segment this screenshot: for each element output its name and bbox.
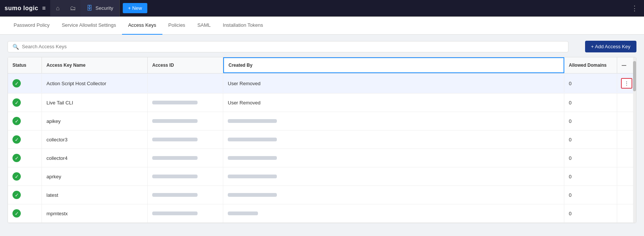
created-by-cell: User Removed xyxy=(223,93,564,112)
row-actions-button[interactable]: ⋮ xyxy=(621,78,632,89)
created-by-cell xyxy=(223,112,564,130)
status-active-icon: ✓ xyxy=(12,172,21,181)
status-active-icon: ✓ xyxy=(12,154,21,162)
access-id-cell xyxy=(148,186,223,204)
scrollbar-track[interactable] xyxy=(633,57,636,223)
logo-area: sumo logic ≡ xyxy=(0,0,50,16)
tab-password-policy[interactable]: Password Policy xyxy=(8,17,56,35)
table-row: ✓ aprkey 0 xyxy=(8,167,636,186)
masked-value xyxy=(228,193,277,197)
allowed-domains-cell: 0 xyxy=(564,130,617,149)
tab-installation-tokens[interactable]: Installation Tokens xyxy=(217,17,269,35)
folder-button[interactable]: 🗂 xyxy=(65,0,80,17)
allowed-domains-cell: 0 xyxy=(564,204,617,222)
name-cell: mpmtestx xyxy=(42,204,148,222)
masked-value xyxy=(228,138,277,141)
allowed-domains-cell: 0 xyxy=(564,74,617,92)
allowed-domains-cell: 0 xyxy=(564,93,617,112)
col-allowed-domains: Allowed Domains xyxy=(564,57,617,73)
table-row: ✓ Action Script Host Collector User Remo… xyxy=(8,74,636,93)
name-cell: collector4 xyxy=(42,149,148,167)
name-cell: collector3 xyxy=(42,130,148,149)
nav-more-icon[interactable]: ⋮ xyxy=(628,4,641,12)
table-row: ✓ mpmtestx 0 xyxy=(8,204,636,223)
name-cell: latest xyxy=(42,186,148,204)
masked-value xyxy=(152,101,198,104)
table-header: Status Access Key Name Access ID Created… xyxy=(8,57,636,74)
new-button[interactable]: + New xyxy=(123,3,147,13)
scrollbar-thumb[interactable] xyxy=(633,61,636,91)
masked-value xyxy=(152,193,198,197)
masked-value xyxy=(152,211,198,215)
search-box: 🔍 xyxy=(8,41,568,52)
database-icon: 🗄 xyxy=(86,5,93,12)
masked-value xyxy=(152,156,198,160)
name-cell: aprkey xyxy=(42,167,148,185)
status-cell: ✓ xyxy=(8,186,42,204)
masked-value xyxy=(152,119,198,123)
access-id-cell xyxy=(148,149,223,167)
tab-saml[interactable]: SAML xyxy=(191,17,216,35)
status-active-icon: ✓ xyxy=(12,209,21,218)
name-cell: Action Script Host Collector xyxy=(42,74,148,92)
access-id-cell xyxy=(148,93,223,112)
created-by-cell: User Removed xyxy=(223,74,564,92)
access-id-cell xyxy=(148,167,223,185)
add-access-key-button[interactable]: + Add Access Key xyxy=(585,41,636,52)
status-cell: ✓ xyxy=(8,149,42,167)
masked-value xyxy=(152,138,198,141)
col-created-by: Created By xyxy=(223,57,564,73)
access-id-cell xyxy=(148,112,223,130)
table-row: ✓ collector3 0 xyxy=(8,130,636,149)
masked-value xyxy=(228,119,277,123)
main-content: 🔍 + Add Access Key Status Access Key Nam… xyxy=(0,35,644,236)
status-active-icon: ✓ xyxy=(12,98,21,107)
table-row: ✓ Live Tail CLI User Removed 0 xyxy=(8,93,636,112)
logo-text: sumo logic xyxy=(5,5,38,12)
masked-value xyxy=(228,211,258,215)
access-id-cell xyxy=(148,204,223,222)
allowed-domains-cell: 0 xyxy=(564,167,617,185)
created-by-cell xyxy=(223,204,564,222)
breadcrumb-tab: 🗄 Security xyxy=(80,0,120,17)
masked-value xyxy=(228,175,277,178)
status-active-icon: ✓ xyxy=(12,117,21,125)
col-access-id: Access ID xyxy=(148,57,223,73)
name-cell: Live Tail CLI xyxy=(42,93,148,112)
search-add-row: 🔍 + Add Access Key xyxy=(8,41,636,52)
masked-value xyxy=(152,175,198,178)
status-active-icon: ✓ xyxy=(12,135,21,144)
name-cell: apikey xyxy=(42,112,148,130)
search-icon: 🔍 xyxy=(12,44,19,50)
allowed-domains-cell: 0 xyxy=(564,112,617,130)
created-by-cell xyxy=(223,149,564,167)
status-cell: ✓ xyxy=(8,130,42,149)
col-status: Status xyxy=(8,57,42,73)
created-by-cell xyxy=(223,186,564,204)
status-cell: ✓ xyxy=(8,204,42,222)
table-row: ✓ collector4 0 xyxy=(8,149,636,167)
created-by-cell xyxy=(223,167,564,185)
status-active-icon: ✓ xyxy=(12,191,21,199)
hamburger-icon[interactable]: ≡ xyxy=(42,5,45,12)
tab-access-keys[interactable]: Access Keys xyxy=(122,17,162,35)
access-id-cell xyxy=(148,74,223,92)
masked-value xyxy=(228,156,277,160)
status-cell: ✓ xyxy=(8,167,42,185)
tab-service-allowlist[interactable]: Service Allowlist Settings xyxy=(56,17,122,35)
status-cell: ✓ xyxy=(8,74,42,92)
table-row: ✓ latest 0 xyxy=(8,186,636,204)
allowed-domains-cell: 0 xyxy=(564,186,617,204)
access-keys-table: Status Access Key Name Access ID Created… xyxy=(8,57,636,223)
tab-policies[interactable]: Policies xyxy=(162,17,192,35)
status-active-icon: ✓ xyxy=(12,79,21,87)
access-id-cell xyxy=(148,130,223,149)
status-cell: ✓ xyxy=(8,112,42,130)
col-name: Access Key Name xyxy=(42,57,148,73)
search-input[interactable] xyxy=(22,44,564,49)
nav-right: ⋮ xyxy=(628,4,644,12)
created-by-cell xyxy=(223,130,564,149)
home-button[interactable]: ⌂ xyxy=(50,0,65,17)
status-cell: ✓ xyxy=(8,93,42,112)
top-navigation: sumo logic ≡ ⌂ 🗂 🗄 Security + New ⋮ xyxy=(0,0,644,17)
